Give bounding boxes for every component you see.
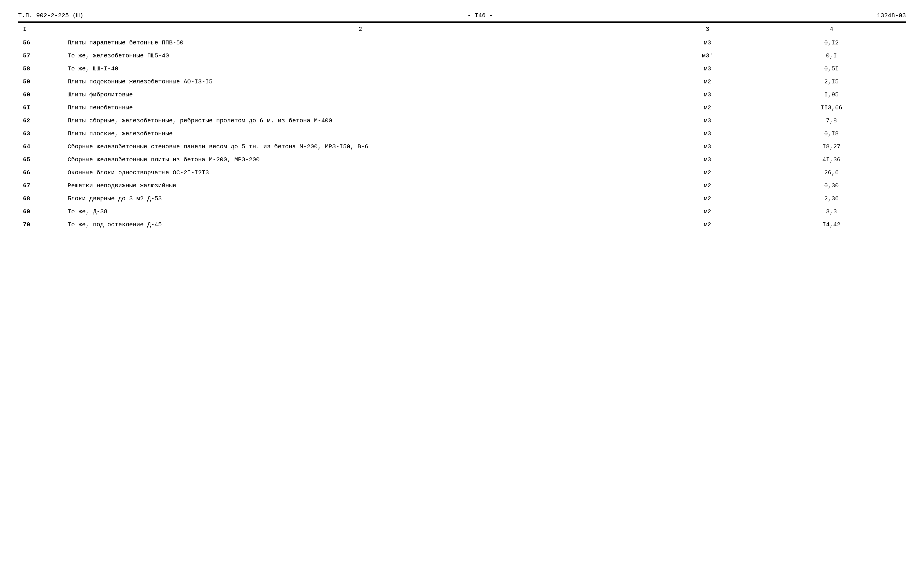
table-row: 67Решетки неподвижные жалюзийныем20,30 [18, 179, 906, 192]
column-header-row: I 2 3 4 [18, 22, 906, 36]
row-description: Плиты плоские, железобетонные [63, 127, 658, 140]
row-unit: м3 [658, 62, 757, 75]
row-description: Оконные блоки одностворчатые ОС-2I-I2I3 [63, 166, 658, 179]
row-number: 6I [18, 101, 63, 114]
row-description: Плиты подоконные железобетонные АО-I3-I5 [63, 75, 658, 88]
table-row: 69То же, Д-38м23,3 [18, 205, 906, 218]
table-row: 68Блоки дверные до 3 м2 Д-53м22,36 [18, 192, 906, 205]
row-value: II3,66 [757, 101, 906, 114]
row-description: Шлиты фибролитовые [63, 88, 658, 101]
row-value: 0,30 [757, 179, 906, 192]
row-number: 70 [18, 218, 63, 231]
col-header-1: I [18, 22, 63, 36]
row-unit: м2 [658, 205, 757, 218]
row-value: 0,5I [757, 62, 906, 75]
row-number: 57 [18, 49, 63, 62]
row-description: Сборные железобетонные стеновые панели в… [63, 140, 658, 153]
table-row: 66Оконные блоки одностворчатые ОС-2I-I2I… [18, 166, 906, 179]
row-value: 2,36 [757, 192, 906, 205]
row-number: 67 [18, 179, 63, 192]
row-number: 69 [18, 205, 63, 218]
row-value: I4,42 [757, 218, 906, 231]
row-description: Плиты пенобетонные [63, 101, 658, 114]
row-description: То же, Д-38 [63, 205, 658, 218]
row-unit: м3 [658, 88, 757, 101]
row-number: 65 [18, 153, 63, 166]
row-number: 59 [18, 75, 63, 88]
row-unit: м3 [658, 153, 757, 166]
header-left: Т.П. 902-2-225 (Ш) [18, 12, 83, 19]
row-unit: м3 [658, 140, 757, 153]
row-number: 68 [18, 192, 63, 205]
row-description: Сборные железобетонные плиты из бетона М… [63, 153, 658, 166]
table-row: 58То же, ШШ-I-40м30,5I [18, 62, 906, 75]
table-row: 60Шлиты фибролитовыем3I,95 [18, 88, 906, 101]
row-number: 63 [18, 127, 63, 140]
row-value: 26,6 [757, 166, 906, 179]
col-header-3: 3 [658, 22, 757, 36]
row-value: I,95 [757, 88, 906, 101]
row-unit: м3 [658, 114, 757, 127]
row-value: 2,I5 [757, 75, 906, 88]
table-row: 70То же, под остекление Д-45м2I4,42 [18, 218, 906, 231]
row-number: 64 [18, 140, 63, 153]
row-description: Решетки неподвижные жалюзийные [63, 179, 658, 192]
row-value: 3,3 [757, 205, 906, 218]
row-unit: м2 [658, 101, 757, 114]
row-unit: м2 [658, 192, 757, 205]
row-description: То же, ШШ-I-40 [63, 62, 658, 75]
row-description: Блоки дверные до 3 м2 Д-53 [63, 192, 658, 205]
row-unit: м2 [658, 75, 757, 88]
row-unit: м2 [658, 179, 757, 192]
row-description: Плиты сборные, железобетонные, ребристые… [63, 114, 658, 127]
row-value: 0,I2 [757, 36, 906, 49]
row-value: 7,8 [757, 114, 906, 127]
table-row: 63Плиты плоские, железобетонныем30,I8 [18, 127, 906, 140]
row-description: Плиты парапетные бетонные ППВ-50 [63, 36, 658, 49]
table-row: 64Сборные железобетонные стеновые панели… [18, 140, 906, 153]
row-number: 60 [18, 88, 63, 101]
row-unit: м2 [658, 166, 757, 179]
row-number: 66 [18, 166, 63, 179]
row-description: То же, под остекление Д-45 [63, 218, 658, 231]
table-row: 62Плиты сборные, железобетонные, ребрист… [18, 114, 906, 127]
row-value: 0,I [757, 49, 906, 62]
row-number: 58 [18, 62, 63, 75]
main-table: I 2 3 4 56Плиты парапетные бетонные ППВ-… [18, 22, 906, 231]
page-header: Т.П. 902-2-225 (Ш) - I46 - 13248-03 [18, 12, 906, 19]
header-center: - I46 - [468, 12, 493, 19]
row-unit: м2 [658, 218, 757, 231]
table-row: 59Плиты подоконные железобетонные АО-I3-… [18, 75, 906, 88]
row-value: I8,27 [757, 140, 906, 153]
table-row: 6IПлиты пенобетонныем2II3,66 [18, 101, 906, 114]
table-row: 57То же, железобетонные ПШ5-40м3'0,I [18, 49, 906, 62]
header-right: 13248-03 [877, 12, 906, 19]
row-unit: м3' [658, 49, 757, 62]
row-unit: м3 [658, 36, 757, 49]
col-header-2: 2 [63, 22, 658, 36]
row-value: 4I,36 [757, 153, 906, 166]
row-unit: м3 [658, 127, 757, 140]
row-description: То же, железобетонные ПШ5-40 [63, 49, 658, 62]
row-number: 56 [18, 36, 63, 49]
table-row: 56Плиты парапетные бетонные ППВ-50м30,I2 [18, 36, 906, 49]
row-value: 0,I8 [757, 127, 906, 140]
row-number: 62 [18, 114, 63, 127]
table-row: 65Сборные железобетонные плиты из бетона… [18, 153, 906, 166]
col-header-4: 4 [757, 22, 906, 36]
